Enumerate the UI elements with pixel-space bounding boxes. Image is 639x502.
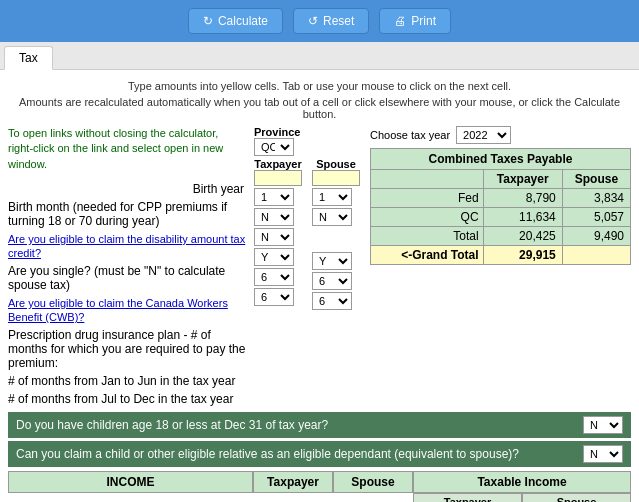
jul-dec-label: # of months from Jul to Dec in the tax y…: [8, 392, 233, 406]
spouse-income-header: Spouse: [333, 471, 413, 493]
taxable-income-header: Taxable Income: [413, 471, 631, 493]
qc-label: QC: [371, 208, 484, 227]
taxpayer-qc-value: 11,634: [483, 208, 562, 227]
toolbar: ↻ Calculate ↺ Reset 🖨 Print: [0, 0, 639, 42]
tab-tax[interactable]: Tax: [4, 46, 53, 70]
jul-dec-spouse[interactable]: 6: [312, 292, 352, 310]
children-question-text: Do you have children age 18 or less at D…: [16, 418, 328, 432]
income-section: INCOME Taxpayer Spouse Taxable Income Ta…: [8, 471, 631, 502]
jan-jun-label: # of months from Jan to Jun in the tax y…: [8, 374, 235, 388]
single-label: Are you single? (must be "N" to calculat…: [8, 264, 225, 292]
dependant-select[interactable]: NY: [583, 445, 623, 463]
print-icon: 🖨: [394, 14, 406, 28]
reset-button[interactable]: ↺ Reset: [293, 8, 369, 34]
birth-year-taxpayer[interactable]: [254, 170, 302, 186]
cwb-link[interactable]: Are you eligible to claim the Canada Wor…: [8, 297, 228, 323]
open-links-instruction: To open links without closing the calcul…: [8, 126, 248, 172]
taxpayer-fed-value: 8,790: [483, 189, 562, 208]
calculate-button[interactable]: ↻ Calculate: [188, 8, 283, 34]
spouse-qc-value: 5,057: [562, 208, 630, 227]
income-header: INCOME: [8, 471, 253, 493]
province-label: Province: [254, 126, 364, 138]
info-line2: Amounts are recalculated automatically w…: [8, 96, 631, 120]
disability-taxpayer[interactable]: NY: [254, 208, 294, 226]
taxpayer-total-value: 20,425: [483, 227, 562, 246]
disability-link[interactable]: Are you eligible to claim the disability…: [8, 233, 245, 259]
print-button[interactable]: 🖨 Print: [379, 8, 451, 34]
choose-tax-year-label: Choose tax year: [370, 129, 450, 141]
jul-dec-taxpayer[interactable]: 6: [254, 288, 294, 306]
jan-jun-spouse[interactable]: 6: [312, 272, 352, 290]
cpp-label: Birth month (needed for CPP premiums if …: [8, 200, 227, 228]
cwb-spouse[interactable]: YN: [312, 252, 352, 270]
spouse-col-header: Spouse: [312, 158, 360, 170]
tab-bar: Tax: [0, 42, 639, 70]
children-question-bar: Do you have children age 18 or less at D…: [8, 412, 631, 438]
province-select[interactable]: QC: [254, 138, 294, 156]
refresh-icon: ↻: [203, 14, 213, 28]
ti-taxpayer-header: Taxpayer: [413, 493, 522, 502]
reset-icon: ↺: [308, 14, 318, 28]
prescription-label: Prescription drug insurance plan - # of …: [8, 328, 245, 370]
single-taxpayer[interactable]: NY: [254, 228, 294, 246]
cpp-month-taxpayer[interactable]: 1: [254, 188, 294, 206]
fed-label: Fed: [371, 189, 484, 208]
spouse-total-value: 9,490: [562, 227, 630, 246]
info-line1: Type amounts into yellow cells. Tab or u…: [8, 80, 631, 92]
cpp-month-spouse[interactable]: 1: [312, 188, 352, 206]
disability-spouse[interactable]: NY: [312, 208, 352, 226]
main-content: Type amounts into yellow cells. Tab or u…: [0, 70, 639, 502]
ti-spouse-header: Spouse: [522, 493, 631, 502]
dependant-question-bar: Can you claim a child or other eligible …: [8, 441, 631, 467]
combined-taxpayer-header: Taxpayer: [483, 170, 562, 189]
spouse-fed-value: 3,834: [562, 189, 630, 208]
children-select[interactable]: NY: [583, 416, 623, 434]
taxpayer-income-header: Taxpayer: [253, 471, 333, 493]
dependant-question-text: Can you claim a child or other eligible …: [16, 447, 519, 461]
cwb-taxpayer[interactable]: YN: [254, 248, 294, 266]
grand-total-label: <-Grand Total: [371, 246, 484, 265]
total-label: Total: [371, 227, 484, 246]
birth-year-spouse[interactable]: [312, 170, 360, 186]
tax-year-select[interactable]: 2022: [456, 126, 511, 144]
combined-spouse-header: Spouse: [562, 170, 630, 189]
jan-jun-taxpayer[interactable]: 6: [254, 268, 294, 286]
taxpayer-col-header: Taxpayer: [254, 158, 302, 170]
grand-total-value: 29,915: [483, 246, 562, 265]
combined-taxes-header: Combined Taxes Payable: [371, 149, 631, 170]
birth-year-label: Birth year: [193, 182, 244, 196]
combined-taxes-table: Combined Taxes Payable Taxpayer Spouse F…: [370, 148, 631, 265]
